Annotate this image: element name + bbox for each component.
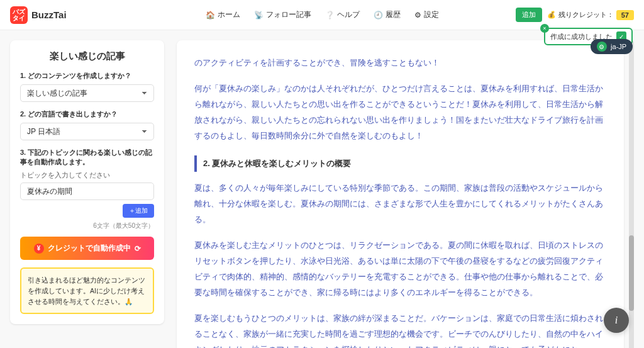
nav-follow-label: フォロー記事 [266, 9, 311, 20]
nav-history-label: 履歴 [386, 9, 401, 20]
credit-text: 残りクレジット： [558, 10, 614, 20]
generate-button[interactable]: ¥ クレジットで自動作成中 ⟳ [20, 237, 154, 260]
close-icon[interactable]: × [540, 24, 549, 33]
nav-help-label: ヘルプ [337, 9, 360, 20]
content-type-select[interactable]: 楽しい感じの記事 [20, 84, 154, 102]
paragraph: のアクティビティを計画することができ、冒険を逃すこともない！ [194, 55, 606, 71]
brand-name: BuzzTai [31, 9, 67, 20]
nav-home[interactable]: 🏠ホーム [206, 9, 240, 20]
nav: 🏠ホーム 📡フォロー記事 ❔ヘルプ 🕘履歴 ⚙設定 [206, 9, 439, 20]
loading-icon: ⟳ [135, 244, 141, 253]
topic-input[interactable] [20, 182, 154, 200]
language-select[interactable]: JP 日本語 [20, 123, 154, 140]
paragraph: 夏は、多くの人々が毎年楽しみにしている特別な季節である。この期間、家族は普段の活… [194, 181, 606, 228]
language-badge[interactable]: ⚙ ja-JP [591, 39, 633, 54]
logo-badge: バズ タイ [10, 6, 28, 24]
nav-home-label: ホーム [218, 9, 240, 20]
history-icon: 🕘 [374, 11, 383, 20]
logo[interactable]: バズ タイ BuzzTai [10, 6, 67, 24]
add-topic-button[interactable]: ＋追加 [123, 204, 154, 218]
section-heading: 2. 夏休みと休暇を楽しむメリットの概要 [194, 155, 606, 172]
paragraph: 夏を楽しむもうひとつのメリットは、家族の絆が深まることだ。バケーションは、家庭で… [194, 311, 606, 348]
q1-label: 1. どのコンテンツを作成しますか？ [20, 71, 154, 81]
nav-help[interactable]: ❔ヘルプ [325, 9, 360, 20]
credit-label: 💰 残りクレジット： 57 [547, 10, 634, 20]
help-icon: ❔ [325, 11, 335, 20]
content-wrap: のアクティビティを計画することができ、冒険を逃すこともない！ 何が「夏休みの楽し… [177, 40, 634, 348]
add-button[interactable]: 追加 [516, 8, 542, 22]
scrollbar[interactable] [629, 40, 634, 348]
scroll-thumb[interactable] [629, 235, 634, 311]
gear-icon: ⚙ [597, 42, 607, 52]
nav-history[interactable]: 🕘履歴 [374, 9, 401, 20]
form-title: 楽しい感じの記事 [20, 50, 154, 62]
char-count: 6文字（最大50文字） [20, 222, 154, 230]
coin-icon: ¥ [34, 244, 44, 254]
main: 楽しい感じの記事 1. どのコンテンツを作成しますか？ 楽しい感じの記事 2. … [0, 30, 644, 348]
q2-label: 2. どの言語で書き出しますか？ [20, 109, 154, 119]
paragraph: 夏休みを楽しむ主なメリットのひとつは、リラクゼーションである。夏の間に休暇を取れ… [194, 238, 606, 301]
wallet-icon: 💰 [547, 11, 556, 19]
nav-settings-label: 設定 [424, 9, 439, 20]
nav-settings[interactable]: ⚙設定 [414, 9, 439, 20]
info-box: 引き込まれるほど魅力的なコンテンツを作成しています。AIに少しだけ考えさせる時間… [20, 267, 154, 314]
form-card: 楽しい感じの記事 1. どのコンテンツを作成しますか？ 楽しい感じの記事 2. … [10, 40, 164, 324]
info-fab[interactable]: i [604, 308, 629, 333]
article-content: のアクティビティを計画することができ、冒険を逃すこともない！ 何が「夏休みの楽し… [177, 40, 624, 348]
paragraph: 何が「夏休みの楽しみ」なのかは人それぞれだが、ひとつだけ言えることは、夏休みを利… [194, 81, 606, 144]
generate-label: クレジットで自動作成中 [48, 243, 131, 254]
home-icon: 🏠 [206, 11, 215, 20]
gear-icon: ⚙ [414, 11, 421, 20]
nav-follow[interactable]: 📡フォロー記事 [254, 9, 311, 20]
credit-value: 57 [616, 10, 634, 20]
q3-label: 3. 下記のトピックに関わる楽しい感じの記事を自動作成します。 [20, 148, 154, 167]
rss-icon: 📡 [254, 11, 264, 20]
lang-code: ja-JP [611, 43, 626, 50]
header-right: 追加 💰 残りクレジット： 57 [516, 8, 634, 22]
topic-placeholder-label: トピックを入力してください [20, 171, 154, 180]
